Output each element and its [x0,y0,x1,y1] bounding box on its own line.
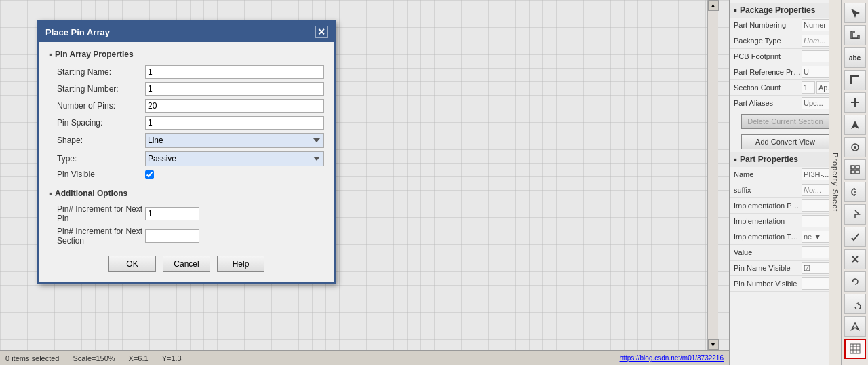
tool-12[interactable] [844,271,866,292]
pin-increment-next-section-group: Pin# Increment for Next Section [49,227,324,246]
scroll-down-arrow[interactable]: ▼ [708,339,719,350]
tool-0[interactable] [844,3,866,23]
toolbar: abc [841,0,868,365]
pcb-footprint-name: PCB Footprint [734,52,802,60]
right-panel: Package Properties Part Numbering Numer … [729,0,841,365]
tool-1[interactable] [844,25,866,45]
place-pin-array-dialog: Place Pin Array ✕ Pin Array Properties S… [37,20,336,284]
pin-array-section-header: Pin Array Properties [49,49,324,60]
tool-6[interactable] [844,137,866,157]
prop-row-section-count: Section Count 1 Ap... [730,80,841,96]
pin-increment-next-section-label: Pin# Increment for Next Section [57,227,145,246]
shape-label: Shape: [57,136,145,145]
add-convert-button[interactable]: Add Convert View [741,134,829,149]
part-aliases-name: Part Aliases [734,99,802,107]
scroll-track[interactable] [708,11,718,339]
dialog-close-button[interactable]: ✕ [315,26,328,38]
type-select[interactable]: Passive Input Output Bidirectional Trist… [145,151,324,166]
prop-row-pin-name-visible: Pin Name Visible ☑ [730,261,841,276]
tool-table[interactable] [844,339,866,359]
canvas-vscroll[interactable]: ▲ ▼ [707,0,718,350]
starting-number-group: Starting Number: [49,82,324,96]
dialog-buttons: OK Cancel Help [49,256,324,272]
implementation-name: Implementation [734,217,802,225]
type-group: Type: Passive Input Output Bidirectional… [49,151,324,166]
dialog-title: Place Pin Array [45,27,110,37]
svg-rect-11 [850,344,860,353]
package-type-name: Package Type [734,37,802,45]
package-properties-label: Package Properties [740,5,815,15]
prop-row-name: Name PI3H-... [730,167,841,182]
prop-row-pcb-footprint: PCB Footprint [730,49,841,64]
num-pins-group: Number of Pins: [49,99,324,113]
impl-path-name: Implementation Path [734,201,802,210]
add-convert-btn-row: Add Convert View [730,132,841,152]
pin-visible-group: Pin Visible [49,170,324,179]
tool-7[interactable] [844,159,866,180]
pin-spacing-label: Pin Spacing: [57,118,145,128]
part-ref-prefix-name: Part Reference Prefix [734,68,802,76]
y-coord-status: Y=1.3 [162,354,182,362]
impl-type-name: Implementation Type [734,233,802,241]
section-count-value[interactable]: 1 [802,81,815,94]
pin-increment-next-section-input[interactable] [145,229,199,243]
prop-row-part-numbering: Part Numbering Numer [730,18,841,33]
prop-row-impl-type: Implementation Type ne ▼ [730,229,841,245]
canvas: Place Pin Array ✕ Pin Array Properties S… [0,0,729,365]
svg-rect-6 [851,170,854,174]
starting-number-label: Starting Number: [57,84,145,94]
svg-rect-5 [856,166,859,169]
part-properties-section-title: Part Properties [730,152,841,167]
tool-5[interactable] [844,115,866,135]
ok-button[interactable]: OK [108,256,156,272]
starting-name-group: Starting Name: [49,65,324,79]
svg-point-3 [854,146,856,149]
name-prop-name: Name [734,170,802,178]
props-container: Package Properties Part Numbering Numer … [730,0,841,365]
additional-section-header: Additional Options [49,188,324,199]
pin-visible-label: Pin Visible [57,170,145,179]
tool-10[interactable] [844,227,866,247]
prop-row-value: Value [730,245,841,261]
starting-name-input[interactable] [145,65,324,79]
starting-name-label: Starting Name: [57,67,145,77]
items-selected-status: 0 items selected [5,354,59,362]
pin-visible-checkbox[interactable] [145,170,154,179]
x-coord-status: X=6.1 [129,354,149,362]
prop-row-package-type: Package Type Hom... [730,33,841,49]
prop-row-implementation: Implementation [730,214,841,229]
pin-increment-next-pin-input[interactable] [145,207,199,220]
svg-rect-7 [856,170,859,174]
prop-row-part-aliases: Part Aliases Upc... [730,96,841,111]
package-properties-section-title: Package Properties [730,3,841,18]
tool-14[interactable] [844,316,866,337]
pin-name-visible-name: Pin Name Visible [734,264,802,272]
suffix-prop-name: suffix [734,186,802,194]
value-prop-name: Value [734,248,802,256]
pin-spacing-group: Pin Spacing: [49,116,324,130]
tool-3[interactable] [844,70,866,90]
property-sheet-tab[interactable]: Property Sheet [829,0,841,365]
prop-row-pin-number-visible: Pin Number Visible [730,276,841,292]
section-count-name: Section Count [734,83,802,92]
help-button[interactable]: Help [217,256,264,272]
tool-11[interactable] [844,249,866,269]
svg-rect-4 [851,166,854,169]
shape-select[interactable]: Line Short Clock Inverted Falling Edge C… [145,133,324,148]
scroll-up-arrow[interactable]: ▲ [708,0,719,11]
shape-group: Shape: Line Short Clock Inverted Falling… [49,133,324,148]
scale-status: Scale=150% [73,354,115,362]
prop-row-suffix: suffix Nor... [730,182,841,198]
num-pins-input[interactable] [145,99,324,113]
svg-marker-10 [852,323,859,330]
starting-number-input[interactable] [145,82,324,96]
tool-13[interactable] [844,294,866,314]
delete-section-button[interactable]: Delete Current Section [741,114,829,129]
pin-spacing-input[interactable] [145,116,324,130]
pin-increment-next-pin-label: Pin# Increment for Next Pin [57,204,145,223]
tool-abc[interactable]: abc [844,47,866,68]
tool-9[interactable] [844,204,866,225]
tool-4[interactable] [844,92,866,113]
tool-8[interactable] [844,182,866,202]
cancel-button[interactable]: Cancel [163,256,210,272]
